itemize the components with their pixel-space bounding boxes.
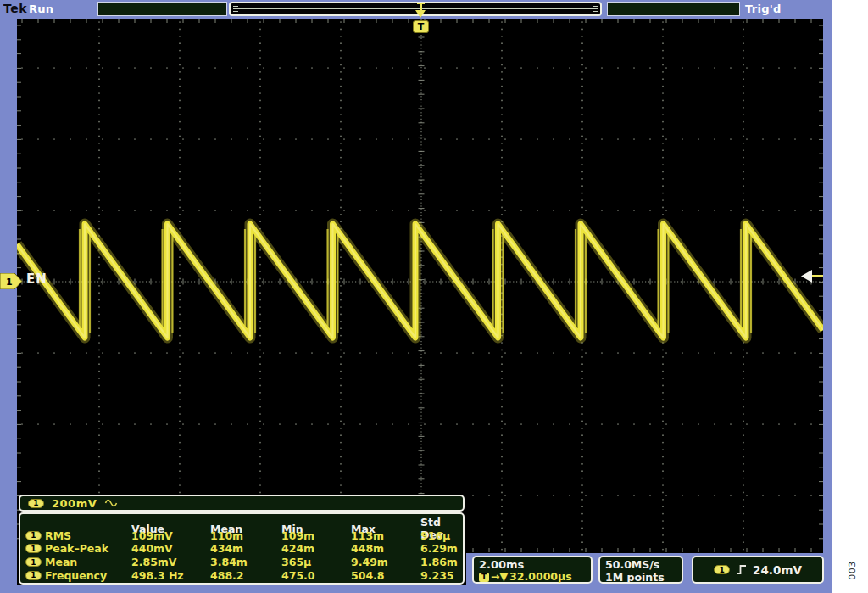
sample-rate: 50.0MS/s bbox=[605, 558, 676, 571]
oscilloscope-bezel: Tek Run Trig'd T 1 EN bbox=[0, 0, 832, 593]
svg-text:1: 1 bbox=[6, 277, 13, 288]
channel1-badge: 1 bbox=[28, 499, 44, 508]
row-channel-badge: 1 bbox=[25, 531, 42, 540]
channel1-volts-per-div: 200mV bbox=[52, 497, 97, 510]
delay-value: 32.0000µs bbox=[509, 571, 572, 583]
row-channel-badge: 1 bbox=[25, 557, 42, 567]
measurement-row-frequency: 1 Frequency 498.3 Hz 488.2 475.0 504.8 9… bbox=[23, 568, 460, 582]
record-view-waveform-line bbox=[233, 8, 598, 10]
ac-waveform-icon bbox=[104, 499, 118, 507]
record-length: 1M points bbox=[605, 571, 676, 584]
measurement-panel: Value Mean Min Max Std Dev 1 RMS 109mV 1… bbox=[19, 512, 465, 585]
timebase-readout: 2.00ms T →▼ 32.0000µs bbox=[472, 556, 593, 584]
trigger-position-arrow-icon bbox=[415, 10, 426, 18]
trigger-readout: 1 24.0mV bbox=[692, 556, 824, 584]
trigger-status: Trig'd bbox=[745, 3, 782, 15]
channel1-position-marker-icon: 1 bbox=[0, 273, 23, 289]
rising-edge-slope-icon bbox=[736, 564, 747, 575]
trigger-t-flag-icon: T bbox=[413, 20, 429, 33]
row-channel-badge: 1 bbox=[25, 571, 42, 580]
trigger-delay-readout: T →▼ 32.0000µs bbox=[479, 571, 586, 583]
figure-number: 003 bbox=[837, 556, 866, 585]
trigger-t-badge-icon: T bbox=[479, 573, 489, 582]
record-view-right-end bbox=[593, 6, 598, 12]
measurement-row-peakpeak: 1 Peak–Peak 440mV 434m 424m 448m 6.29m bbox=[23, 542, 460, 556]
trigger-level-value: 24.0mV bbox=[753, 563, 802, 577]
delay-arrows-icon: →▼ bbox=[491, 571, 508, 583]
tek-logo: Tek bbox=[3, 2, 27, 15]
time-per-div: 2.00ms bbox=[479, 558, 586, 571]
trigger-source-badge: 1 bbox=[714, 565, 730, 574]
row-channel-badge: 1 bbox=[25, 544, 42, 553]
acquisition-readout: 50.0MS/s 1M points bbox=[598, 556, 683, 584]
channel1-scale-readout: 1 200mV bbox=[19, 495, 465, 512]
header-status-box-right bbox=[607, 2, 740, 16]
screenshot-root: Tek Run Trig'd T 1 EN bbox=[0, 0, 868, 593]
channel-label: EN bbox=[26, 271, 47, 287]
acquisition-status: Run bbox=[29, 3, 53, 15]
measurement-row-mean: 1 Mean 2.85mV 3.84m 365µ 9.49m 1.86m bbox=[23, 556, 460, 569]
measurement-header-row: Value Mean Min Max Std Dev bbox=[23, 516, 460, 529]
measurement-row-rms: 1 RMS 109mV 110m 109m 113m 916µ bbox=[23, 529, 460, 543]
trigger-level-arrow-icon bbox=[800, 268, 824, 284]
header-status-box-left bbox=[97, 2, 227, 16]
